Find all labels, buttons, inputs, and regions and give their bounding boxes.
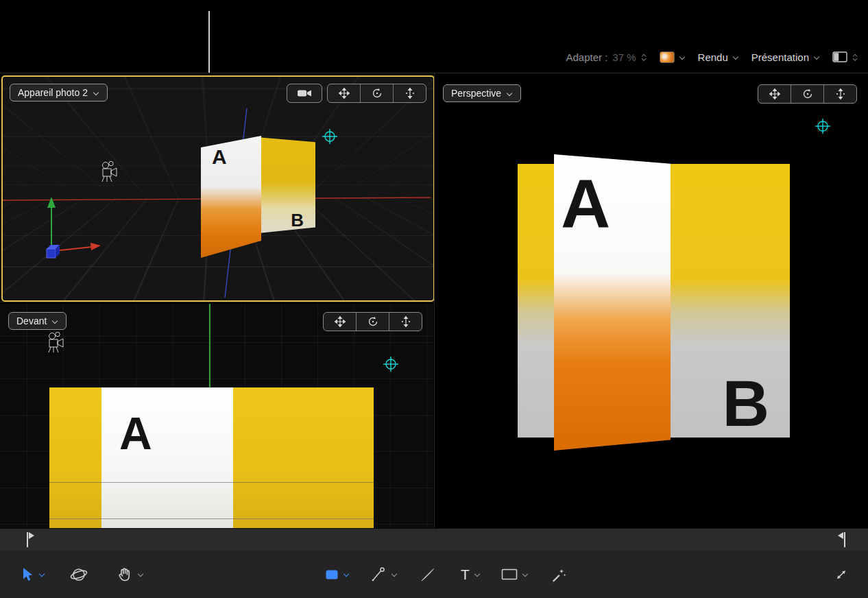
select-arrow-icon — [21, 567, 34, 582]
front-view-label: Devant — [16, 315, 47, 326]
dolly-icon — [835, 88, 846, 99]
perspective-view-dropdown[interactable]: Perspective — [443, 84, 521, 102]
plane-b[interactable]: B — [257, 137, 315, 237]
camera-select-dropdown[interactable]: Appareil photo 2 — [10, 84, 108, 101]
chevron-down-icon — [814, 55, 820, 60]
front-view-dropdown[interactable]: Devant — [8, 312, 67, 330]
hand-icon — [117, 566, 133, 583]
layout-control[interactable] — [832, 51, 858, 62]
rotate-3d-icon — [70, 566, 88, 584]
view-tools-group — [323, 312, 422, 331]
chevron-down-icon — [93, 91, 99, 95]
adjust-glyph-icon — [551, 566, 567, 583]
orbit-view-button[interactable] — [791, 85, 823, 103]
top-toolbar: Adapter : 37 % Rendu Présentation — [566, 43, 858, 71]
plane-a[interactable]: A — [201, 136, 261, 258]
view-tools-group — [758, 84, 857, 104]
gridline — [49, 482, 374, 483]
pan-view-button[interactable] — [758, 85, 791, 103]
orbit-view-button[interactable] — [360, 84, 393, 102]
pan-icon — [335, 316, 346, 327]
left-tool-group — [21, 551, 144, 598]
crosshair-icon[interactable] — [322, 128, 338, 145]
presentation-menu[interactable]: Présentation — [751, 51, 820, 63]
plane-a-letter: A — [119, 411, 152, 456]
plane-a[interactable]: A — [554, 154, 671, 451]
viewport-divider-vertical — [434, 73, 435, 528]
crosshair-icon[interactable] — [815, 118, 831, 134]
zoom-control[interactable]: Adapter : 37 % — [566, 51, 647, 63]
center-tool-group: T — [325, 551, 567, 598]
rectangle-tool-menu-chevron[interactable] — [522, 572, 529, 577]
zoom-label: Adapter : — [566, 51, 607, 63]
orbit-view-button[interactable] — [356, 313, 389, 331]
dolly-view-button[interactable] — [823, 85, 856, 103]
viewport-perspective[interactable]: B A Perspective — [436, 73, 868, 528]
text-tool-menu-chevron[interactable] — [474, 572, 481, 577]
text-icon: T — [461, 566, 470, 583]
plane-a-front: A — [101, 387, 233, 528]
plane-b-letter: B — [722, 371, 769, 436]
rectangle-tool-button[interactable] — [501, 569, 518, 580]
view-tools-group — [327, 84, 426, 103]
expand-view-button[interactable] — [834, 567, 849, 582]
viewport-divider-horizontal — [0, 302, 434, 302]
select-tool-button[interactable] — [21, 567, 34, 582]
pan-icon — [339, 88, 350, 99]
timeline-track[interactable] — [0, 528, 868, 551]
pan-view-button[interactable] — [324, 313, 356, 331]
scene-object-front-view[interactable]: A — [49, 387, 374, 528]
camera-object-icon[interactable] — [99, 158, 119, 185]
select-tool-menu-chevron[interactable] — [39, 572, 45, 577]
gridline — [49, 518, 374, 519]
viewport-front[interactable]: A Devant — [0, 304, 433, 528]
right-tool-group — [834, 551, 849, 598]
shape-tool-button[interactable] — [325, 569, 339, 580]
zoom-stepper-icon[interactable] — [641, 53, 646, 60]
pan-tool-button[interactable] — [117, 566, 133, 583]
dolly-view-button[interactable] — [389, 313, 422, 331]
paint-stroke-tool-button[interactable] — [420, 566, 436, 583]
rectangle-icon — [501, 569, 518, 580]
expand-icon — [834, 567, 849, 582]
dolly-view-button[interactable] — [393, 84, 426, 102]
orbit-icon — [367, 316, 378, 327]
orbit-icon — [802, 88, 813, 99]
chevron-down-icon — [679, 55, 686, 60]
in-marker-icon[interactable] — [23, 531, 36, 549]
shape-tool-menu-chevron[interactable] — [343, 572, 350, 577]
plane-b-letter: B — [291, 211, 304, 229]
crosshair-icon[interactable] — [383, 356, 399, 372]
text-tool-button[interactable]: T — [461, 566, 470, 583]
transform-gizmo[interactable] — [27, 191, 110, 260]
camera-viewport-buttons — [287, 84, 426, 103]
plane-a-letter: A — [561, 169, 610, 238]
presentation-menu-label: Présentation — [751, 51, 809, 63]
orbit-icon — [372, 88, 383, 99]
camera-select-label: Appareil photo 2 — [18, 87, 88, 98]
transform-3d-tool-button[interactable] — [70, 566, 88, 584]
dolly-icon — [400, 316, 411, 327]
bezier-tool-button[interactable] — [370, 566, 387, 583]
render-menu[interactable]: Rendu — [698, 51, 739, 63]
bezier-tool-menu-chevron[interactable] — [391, 572, 398, 577]
dolly-icon — [405, 88, 415, 99]
adjust-glyph-tool-button[interactable] — [551, 566, 567, 583]
viewport-camera2[interactable]: B A Appareil photo 2 — [1, 75, 435, 302]
perspective-view-label: Perspective — [451, 88, 501, 99]
chevron-down-icon — [733, 55, 739, 60]
bezier-icon — [370, 566, 387, 583]
camera-view-button[interactable] — [287, 84, 322, 103]
render-color-dropdown[interactable] — [660, 51, 686, 63]
pan-tool-menu-chevron[interactable] — [138, 572, 144, 577]
camera-object-icon[interactable] — [45, 328, 66, 356]
layout-stepper-icon — [853, 53, 858, 60]
callout-line — [208, 11, 210, 73]
render-color-icon — [660, 51, 675, 63]
shape-icon — [325, 569, 339, 580]
out-marker-icon[interactable] — [836, 531, 849, 549]
pan-view-button[interactable] — [328, 84, 360, 102]
chevron-down-icon — [52, 319, 58, 324]
bottom-toolbar: T — [0, 551, 868, 598]
layout-icon — [832, 51, 847, 62]
